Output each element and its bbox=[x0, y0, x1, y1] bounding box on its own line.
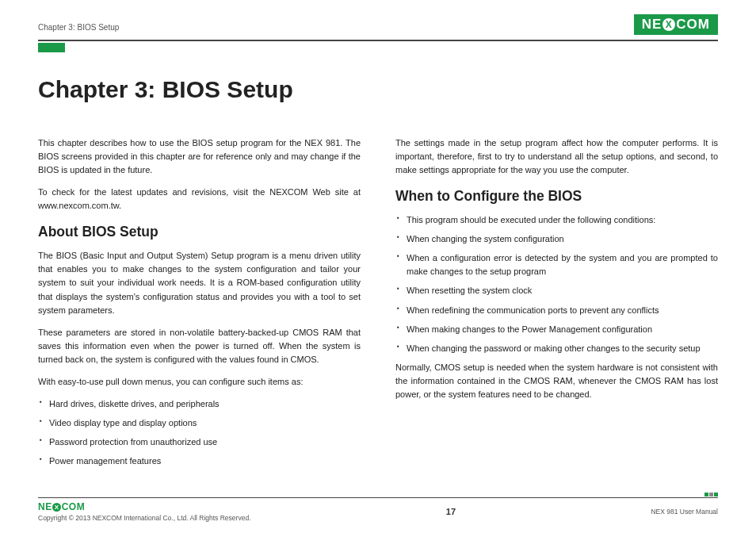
left-column: This chapter describes how to use the BI… bbox=[38, 136, 361, 474]
brand-post: COM bbox=[62, 501, 86, 512]
list-item: When changing the system configuration bbox=[397, 232, 718, 246]
footer-row: NEXCOM Copyright © 2013 NEXCOM Internati… bbox=[38, 501, 718, 522]
brand-pre: NE bbox=[642, 17, 662, 33]
footer-decor-icon bbox=[704, 493, 718, 497]
brand-x-icon: X bbox=[662, 18, 675, 31]
brand-x-icon: X bbox=[52, 503, 61, 512]
list-item: Password protection from unauthorized us… bbox=[40, 435, 361, 449]
list-item: When resetting the system clock bbox=[397, 284, 718, 297]
list-item: Power management features bbox=[40, 454, 361, 468]
right-outro: Normally, CMOS setup is needed when the … bbox=[395, 361, 718, 401]
list-item: This program should be executed under th… bbox=[397, 213, 718, 227]
list-item: Video display type and display options bbox=[40, 416, 361, 430]
manual-name: NEX 981 User Manual bbox=[651, 508, 718, 516]
footer-left: NEXCOM Copyright © 2013 NEXCOM Internati… bbox=[38, 501, 250, 522]
page-footer: NEXCOM Copyright © 2013 NEXCOM Internati… bbox=[38, 497, 718, 523]
content-columns: This chapter describes how to use the BI… bbox=[38, 136, 718, 474]
footer-logo: NEXCOM bbox=[38, 501, 250, 512]
list-item: When changing the password or making oth… bbox=[397, 342, 718, 355]
when-heading: When to Configure the BIOS bbox=[395, 186, 718, 207]
about-heading: About BIOS Setup bbox=[38, 221, 361, 243]
brand-post: COM bbox=[676, 17, 710, 33]
intro-paragraph-1: This chapter describes how to use the BI… bbox=[38, 136, 361, 177]
chapter-reference: Chapter 3: BIOS Setup bbox=[38, 23, 119, 35]
about-paragraph-1: The BIOS (Basic Input and Output System)… bbox=[38, 249, 361, 316]
brand-pre: NE bbox=[38, 501, 52, 512]
footer-rule bbox=[38, 497, 718, 499]
list-item: When making changes to the Power Managem… bbox=[397, 323, 718, 336]
header-rule bbox=[38, 40, 718, 41]
page-title: Chapter 3: BIOS Setup bbox=[38, 76, 718, 103]
copyright-text: Copyright © 2013 NEXCOM International Co… bbox=[38, 514, 250, 522]
about-paragraph-2: These parameters are stored in non-volat… bbox=[38, 326, 361, 366]
list-item: When a configuration error is detected b… bbox=[397, 251, 718, 278]
page-header: Chapter 3: BIOS Setup NEXCOM bbox=[38, 14, 718, 38]
when-list: This program should be executed under th… bbox=[395, 213, 718, 355]
list-item: When redefining the communication ports … bbox=[397, 304, 718, 317]
intro-paragraph-2: To check for the latest updates and revi… bbox=[38, 186, 361, 213]
header-accent-tab bbox=[38, 43, 65, 52]
page-number: 17 bbox=[446, 507, 456, 516]
about-paragraph-3: With easy-to-use pull down menus, you ca… bbox=[38, 375, 361, 389]
right-intro: The settings made in the setup program a… bbox=[395, 136, 718, 177]
about-list: Hard drives, diskette drives, and periph… bbox=[38, 397, 361, 468]
brand-logo: NEXCOM bbox=[634, 14, 718, 35]
right-column: The settings made in the setup program a… bbox=[395, 136, 718, 474]
list-item: Hard drives, diskette drives, and periph… bbox=[40, 397, 361, 411]
